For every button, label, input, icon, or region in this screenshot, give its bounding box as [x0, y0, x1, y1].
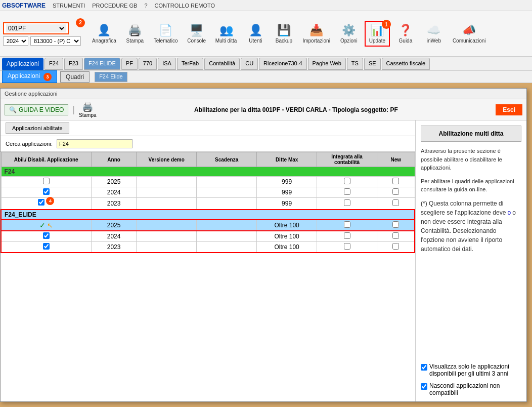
year-select[interactable]: 2024: [3, 36, 28, 46]
btn-multiditta-label: Multi ditta: [215, 38, 237, 44]
tab-contabilita[interactable]: Contabilità: [204, 58, 240, 70]
f24-2023-checkbox-cell[interactable]: 4: [1, 198, 91, 210]
client-select[interactable]: 813000 - (P) C: [30, 36, 81, 46]
comunicazioni-icon: 📣: [462, 24, 476, 37]
btn-update-label: Update: [369, 38, 385, 44]
f24elide-2025-new[interactable]: [377, 220, 415, 231]
menu-controllo-remoto[interactable]: CONTROLLO REMOTO: [153, 2, 217, 10]
chk-compatibili[interactable]: [421, 383, 427, 390]
sidebar-quadri[interactable]: Quadri: [60, 71, 90, 83]
btn-console[interactable]: 🖥️ Console: [184, 22, 209, 46]
f24-2023-new[interactable]: [377, 198, 415, 210]
f24elide-2023-integrata-chk[interactable]: [344, 243, 350, 250]
inweb-icon: ☁️: [427, 24, 440, 37]
f24elide-2025-integrata[interactable]: [317, 220, 377, 231]
f24elide-2024-checkbox[interactable]: [43, 232, 50, 239]
btn-update[interactable]: 1 📊 Update: [365, 21, 390, 47]
menu-help[interactable]: ?: [142, 2, 149, 10]
menu-bar: GBSOFTWARE STRUMENTI PROCEDURE GB ? CONT…: [0, 0, 532, 11]
f24-2023-versione: [137, 198, 197, 210]
f24elide-2024-integrata[interactable]: [317, 231, 377, 242]
f24elide-row-2025: ✓ ↖ 2025 Oltre 100: [1, 220, 415, 231]
sub2-tab-f24elide[interactable]: F24 Elide: [95, 72, 127, 82]
btn-guida[interactable]: ❓ Guida: [393, 22, 418, 46]
sidebar-applicazioni[interactable]: Applicazioni 3: [2, 70, 57, 83]
tab-isa[interactable]: ISA: [158, 58, 176, 70]
f24-2024-checkbox[interactable]: [43, 188, 50, 195]
tab-f23[interactable]: F23: [64, 58, 83, 70]
f24elide-2024-integrata-chk[interactable]: [344, 232, 350, 239]
f24elide-2023-new-chk[interactable]: [392, 243, 399, 250]
tab-cu[interactable]: CU: [241, 58, 258, 70]
tab-pageweb[interactable]: Paghe Web: [308, 58, 346, 70]
guide-video-btn[interactable]: 🔍 GUIDA E VIDEO: [5, 104, 68, 115]
f24-2024-new-chk[interactable]: [392, 188, 399, 195]
f24elide-2023-new[interactable]: [377, 242, 415, 253]
btn-backup[interactable]: 💾 Backup: [271, 22, 296, 46]
exit-btn[interactable]: Esci: [496, 104, 522, 115]
f24elide-2023-integrata[interactable]: [317, 242, 377, 253]
menu-procedure-gb[interactable]: PROCEDURE GB: [90, 2, 139, 10]
f24elide-2025-checkbox-cell[interactable]: ✓ ↖: [1, 220, 91, 231]
f24elide-2023-checkbox-cell[interactable]: [1, 242, 91, 253]
f24-2023-integrata-chk[interactable]: [344, 199, 350, 206]
btn-comunicazioni-label: Comunicazioni: [453, 38, 486, 44]
f24-2024-integrata[interactable]: [317, 187, 377, 198]
tab-pf[interactable]: PF: [121, 58, 138, 70]
f24elide-2024-checkbox-cell[interactable]: [1, 231, 91, 242]
f24-2023-anno: 2023: [91, 198, 136, 210]
tab-se[interactable]: SE: [364, 58, 381, 70]
tab-770[interactable]: 770: [139, 58, 157, 70]
f24-2023-new-chk[interactable]: [392, 199, 399, 206]
menu-strumenti[interactable]: STRUMENTI: [51, 2, 87, 10]
f24-2025-new[interactable]: [377, 177, 415, 187]
dialog-toolbar: 🔍 GUIDA E VIDEO | 🖨️ Stampa Abilitazione…: [1, 99, 526, 120]
btn-comunicazioni[interactable]: 📣 Comunicazioni: [450, 22, 489, 46]
main-tab-area: Applicazioni F24 F23 F24 ELIDE PF 770 IS…: [0, 57, 532, 71]
f24-2024-new[interactable]: [377, 187, 415, 198]
f24-2025-integrata-chk[interactable]: [344, 178, 350, 184]
f24elide-2024-new-chk[interactable]: [392, 232, 399, 239]
f24-2023-integrata[interactable]: [317, 198, 377, 210]
f24-2023-checkbox[interactable]: [38, 199, 45, 206]
btn-importazioni[interactable]: 📥 Importazioni: [299, 22, 333, 46]
f24elide-2024-new[interactable]: [377, 231, 415, 242]
search-input[interactable]: [57, 139, 132, 148]
btn-stampa[interactable]: 🖨️ Stampa: [122, 22, 148, 46]
f24-2025-checkbox-cell[interactable]: [1, 177, 91, 187]
f24-2025-checkbox[interactable]: [43, 178, 50, 184]
btn-opzioni[interactable]: ⚙️ Opzioni: [336, 22, 362, 46]
company-select-wrapper[interactable]: 001PF: [3, 22, 69, 34]
f24-2024-integrata-chk[interactable]: [344, 188, 350, 195]
btn-multiditta[interactable]: 👥 Multi ditta: [212, 22, 240, 46]
tab-cassetto[interactable]: Cassetto fiscale: [382, 58, 430, 70]
group-f24elide-label: F24_ELIDE: [1, 210, 415, 220]
f24-row-2025: 2025 999: [1, 177, 415, 187]
tab-f24elide[interactable]: F24 ELIDE: [84, 58, 120, 70]
f24elide-2025-ditte: Oltre 100: [257, 220, 317, 231]
f24-2025-integrata[interactable]: [317, 177, 377, 187]
print-icon: 🖨️: [82, 101, 93, 112]
f24-2025-new-chk[interactable]: [392, 178, 399, 184]
tab-ts[interactable]: TS: [347, 58, 363, 70]
multi-ditta-btn[interactable]: Abilitazione multi ditta: [421, 126, 521, 142]
f24elide-2025-integrata-chk[interactable]: [344, 221, 350, 228]
f24elide-2025-new-chk[interactable]: [392, 221, 399, 228]
f24-2024-checkbox-cell[interactable]: [1, 187, 91, 198]
sub-tab-f24elide[interactable]: F24 Elide: [95, 72, 127, 82]
tab-terfab[interactable]: TerFab: [177, 58, 203, 70]
f24elide-2023-checkbox[interactable]: [43, 243, 50, 250]
btn-utenti[interactable]: 👤 Utenti: [243, 22, 268, 46]
app-tab-abilitate[interactable]: Applicazioni abilitate: [6, 123, 69, 134]
tab-ricezione730[interactable]: Ricezione730-4: [259, 58, 306, 70]
btn-anagrafica-label: Anagrafica: [92, 38, 116, 44]
tab-applicazioni[interactable]: Applicazioni: [2, 58, 43, 70]
chk-3anni[interactable]: [421, 364, 427, 371]
btn-telematico[interactable]: 📄 Telematico: [151, 22, 181, 46]
btn-anagrafica[interactable]: 👤 Anagrafica: [89, 22, 119, 46]
btn-inweb[interactable]: ☁️ inWeb: [421, 22, 447, 46]
company-select[interactable]: 001PF: [6, 24, 66, 32]
f24elide-2023-ditte: Oltre 100: [257, 242, 317, 253]
btn-opzioni-label: Opzioni: [340, 38, 358, 44]
tab-f24[interactable]: F24: [45, 58, 63, 70]
